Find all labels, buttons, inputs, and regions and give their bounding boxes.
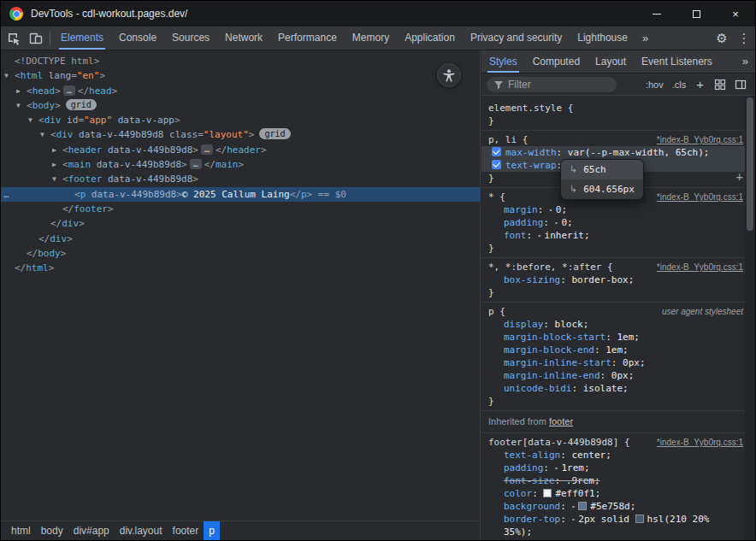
css-property-value[interactable]: 0px; [611,370,635,381]
css-property-name[interactable]: unicode-bidi [504,383,571,394]
css-property-name[interactable]: text-wrap [505,160,557,171]
expanded-arrow-icon[interactable]: ▼ [16,98,27,113]
css-property-name[interactable]: font [504,230,527,241]
css-property-value[interactable]: #5e758d; [590,501,635,512]
css-property-value[interactable]: inherit; [545,230,590,241]
tab-elements[interactable]: Elements [53,26,111,50]
more-tabs-button[interactable]: » [635,27,655,50]
tab-lighthouse[interactable]: Lighthouse [570,26,635,50]
dom-tree-row[interactable]: ▶<main data-v-449b89d8>…</main> [1,157,480,172]
css-property-value[interactable]: 1em; [617,332,640,343]
css-declaration[interactable]: display: block; [488,318,743,331]
declaration-checkbox[interactable] [492,147,501,156]
dom-tree-row[interactable]: ▼<footer data-v-449b89d8> [1,172,480,186]
css-property-name[interactable]: margin-block-end [504,344,594,356]
tab-performance[interactable]: Performance [270,26,345,50]
stylesheet-source-link[interactable]: *index-B_Yyb0rq.css:1 [657,191,743,203]
expanded-arrow-icon[interactable]: ▼ [52,172,62,186]
css-property-value[interactable]: 0; [561,217,572,228]
collapsed-arrow-icon[interactable]: ▶ [16,84,27,98]
css-declaration[interactable]: max-width: var(--p-max-width, 65ch); [481,146,755,159]
breadcrumb-item-html[interactable]: html [6,521,36,540]
css-property-value[interactable]: block; [555,319,589,330]
css-declaration[interactable]: color: #eff0f1; [488,487,743,500]
dom-tree-row[interactable]: </div> [1,216,480,231]
expanded-arrow-icon[interactable]: ▼ [40,127,50,142]
css-declaration[interactable]: margin-inline-start: 0px; [488,356,743,369]
css-declaration[interactable]: margin-block-start: 1em; [488,331,743,344]
dom-tree-row[interactable]: ▶<head>…</head> [1,84,480,98]
row-overflow-menu-icon[interactable]: … [3,187,9,202]
dom-tree-row[interactable]: </html> [1,261,480,275]
css-declaration[interactable]: font: ▸inherit; [488,229,743,242]
accessibility-icon[interactable] [437,63,461,87]
close-button[interactable]: × [716,1,755,26]
sidebar-tab-event-listeners[interactable]: Event Listeners [634,50,720,73]
breadcrumb-item-body[interactable]: body [36,521,68,540]
inspect-element-icon[interactable] [3,26,25,50]
dom-tree-row[interactable]: </footer> [1,202,480,216]
expand-shorthand-icon[interactable]: ▸ [549,203,553,216]
collapsed-arrow-icon[interactable]: ▶ [52,143,62,157]
minimize-button[interactable] [637,1,676,26]
css-property-name[interactable]: background [504,501,560,512]
dom-tree-row[interactable]: ▶<header data-v-449b89d8>…</header> [1,143,480,157]
tab-memory[interactable]: Memory [345,26,397,50]
css-property-value[interactable]: 1rem; [561,462,589,473]
dom-tree-row[interactable]: <!DOCTYPE html> [1,54,480,68]
color-swatch[interactable] [578,502,587,510]
inherited-element-link[interactable]: footer [549,416,573,426]
css-property-name[interactable]: margin [504,204,538,215]
css-property-name[interactable]: border-top [504,514,560,525]
sidebar-tab-computed[interactable]: Computed [525,50,588,73]
grid-badge[interactable]: grid [66,99,97,110]
css-declaration[interactable]: margin: ▸0; [488,203,743,216]
css-property-value[interactable]: 2px solid [578,514,635,525]
css-property-value[interactable]: 0 -4px 8px [582,539,645,540]
tab-sources[interactable]: Sources [164,26,217,50]
breadcrumb-item-div-app[interactable]: div#app [68,521,115,540]
rule-selector[interactable]: *, *:before, *:after { [488,262,613,273]
css-property-value[interactable]: isolate; [583,383,629,394]
breadcrumb-item-p[interactable]: p [204,521,220,540]
css-declaration[interactable]: background: ▸#5e758d; [488,500,743,513]
css-property-value[interactable]: #eff0f1; [555,488,600,499]
sidebar-more-tabs-button[interactable]: » [735,50,755,73]
css-property-name[interactable]: text-align [504,450,560,461]
tab-application[interactable]: Application [397,26,463,50]
css-property-value[interactable]: border-box; [571,274,634,285]
styles-filter-input[interactable]: Filter [487,77,617,92]
css-declaration[interactable]: padding: ▸0; [488,216,743,229]
css-property-value[interactable]: , [708,539,719,540]
tab-network[interactable]: Network [217,26,270,50]
rule-selector[interactable]: footer[data-v-449b89d8] { [488,437,630,448]
expand-shorthand-icon[interactable]: ▸ [571,500,576,513]
css-declaration[interactable]: padding: ▸1rem; [488,462,743,474]
css-property-name[interactable]: display [504,319,543,330]
expand-shorthand-icon[interactable]: ▸ [538,229,542,242]
new-style-rule-button[interactable]: + [691,78,709,91]
css-declaration[interactable]: unicode-bidi: isolate; [488,382,743,395]
expand-shorthand-icon[interactable]: ▸ [555,216,559,229]
expanded-arrow-icon[interactable]: ▼ [28,113,38,127]
tab-privacy-and-security[interactable]: Privacy and security [463,26,570,50]
stylesheet-source-link[interactable]: *index-B_Yyb0rq.css:1 [657,261,743,273]
rule-selector[interactable]: * { [488,191,505,203]
dom-tree-row[interactable]: </div> [1,232,480,246]
grid-badge[interactable]: grid [259,128,290,139]
kebab-menu-icon[interactable]: ⋮ [733,26,755,50]
css-property-name[interactable]: box-sizing [504,274,560,285]
maximize-button[interactable] [676,1,716,26]
css-property-name[interactable]: margin-inline-end [504,370,600,381]
css-property-value[interactable]: .9rem; [566,475,600,486]
css-property-value[interactable]: center; [571,450,611,461]
breadcrumb-item-div-layout[interactable]: div.layout [115,521,168,540]
css-declaration[interactable]: margin-block-end: 1em; [488,344,743,356]
sidebar-tab-layout[interactable]: Layout [588,50,634,73]
css-property-name[interactable]: color [504,488,532,499]
device-toolbar-icon[interactable] [25,26,47,50]
insert-rule-icon[interactable]: + [736,172,743,183]
css-property-name[interactable]: box-shadow [504,539,560,540]
css-declaration[interactable]: border-top: ▸2px solid hsl(210 20% 35%); [488,513,743,538]
breadcrumb-item-footer[interactable]: footer [168,521,204,540]
